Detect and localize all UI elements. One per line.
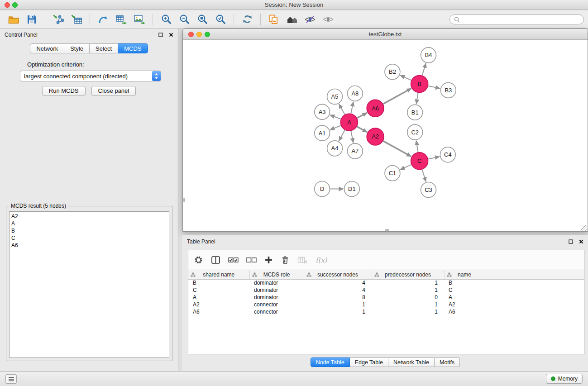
task-history-button[interactable] xyxy=(5,374,17,384)
show-columns-button[interactable] xyxy=(211,256,220,264)
table-cell[interactable]: connector xyxy=(249,301,304,308)
graph-edge-A-A8[interactable] xyxy=(351,102,353,114)
open-file-button[interactable] xyxy=(5,12,23,27)
graph-node-A3[interactable]: A3 xyxy=(315,104,330,119)
column-header-MCDS-role[interactable]: MCDS role xyxy=(249,270,304,279)
search-input[interactable] xyxy=(462,16,579,23)
table-cell[interactable]: 0 xyxy=(372,294,444,301)
column-header-successor-nodes[interactable]: successor nodes xyxy=(304,270,372,279)
export-image-button[interactable] xyxy=(130,12,148,27)
table-row[interactable]: A6connector11A6 xyxy=(188,308,584,315)
graph-edge-A-A5[interactable] xyxy=(339,104,345,114)
function-builder-button[interactable]: f(x) xyxy=(316,256,327,264)
tab-motifs[interactable]: Motifs xyxy=(435,357,460,367)
mcds-result-list[interactable]: A2ABCA6 xyxy=(9,211,169,358)
graph-node-C3[interactable]: C3 xyxy=(421,182,436,198)
close-window-button[interactable] xyxy=(5,2,10,8)
close-table-panel-button[interactable] xyxy=(579,239,583,244)
table-cell[interactable]: 1 xyxy=(372,308,444,315)
graph-edge-B-B4[interactable] xyxy=(422,63,426,76)
tab-network[interactable]: Network xyxy=(30,43,64,53)
graph-node-A5[interactable]: A5 xyxy=(327,89,343,104)
app-titlebar[interactable]: Session: New Session xyxy=(0,0,588,10)
zoom-out-button[interactable] xyxy=(175,12,193,27)
tab-style[interactable]: Style xyxy=(64,43,90,53)
zoom-in-button[interactable] xyxy=(157,12,175,27)
close-panel-action-button[interactable]: Close panel xyxy=(91,86,136,96)
graph-edge-C-C1[interactable] xyxy=(400,165,411,170)
graph-edge-A-A3[interactable] xyxy=(330,115,340,119)
dropdown-stepper[interactable] xyxy=(152,71,161,81)
table-cell[interactable]: 8 xyxy=(304,294,372,301)
column-header-shared-name[interactable]: shared name xyxy=(188,270,249,279)
graph-node-C2[interactable]: C2 xyxy=(407,124,423,140)
create-column-button[interactable] xyxy=(264,256,273,264)
import-network-button[interactable] xyxy=(49,12,67,27)
graph-node-C[interactable]: C xyxy=(411,152,428,170)
table-cell[interactable]: 1 xyxy=(372,301,444,308)
zoom-selected-button[interactable] xyxy=(211,12,229,27)
table-cell[interactable]: A2 xyxy=(444,301,485,308)
tab-edge-table[interactable]: Edge Table xyxy=(350,357,388,367)
import-table-button[interactable] xyxy=(67,12,86,27)
copy-document-button[interactable] xyxy=(265,12,283,27)
graph-node-C1[interactable]: C1 xyxy=(385,166,400,181)
table-settings-button[interactable] xyxy=(194,255,203,265)
table-cell[interactable]: connector xyxy=(249,308,304,315)
export-table-button[interactable] xyxy=(112,12,130,27)
close-panel-button[interactable] xyxy=(169,33,173,37)
graph-edge-B-B2[interactable] xyxy=(400,75,411,80)
network-close-button[interactable] xyxy=(188,32,194,37)
graph-node-B4[interactable]: B4 xyxy=(421,48,436,63)
table-cell[interactable]: 1 xyxy=(304,308,372,315)
zoom-window-button[interactable] xyxy=(12,2,18,8)
table-row[interactable]: A2connector11A2 xyxy=(188,301,584,308)
table-row[interactable]: Cdominator41C xyxy=(188,286,584,294)
graph-edge-B-B3[interactable] xyxy=(428,86,440,89)
list-item[interactable]: A2 xyxy=(10,213,169,220)
graph-edge-A-A6[interactable] xyxy=(357,113,367,118)
table-cell[interactable]: B xyxy=(444,279,485,286)
float-table-panel-button[interactable] xyxy=(569,239,573,244)
deselect-all-columns-button[interactable] xyxy=(246,257,257,263)
network-zoom-button[interactable] xyxy=(205,32,210,37)
table-cell[interactable]: dominator xyxy=(249,279,304,286)
tab-mcds[interactable]: MCDS xyxy=(118,43,148,53)
network-window-titlebar[interactable]: testGlobe.txt xyxy=(183,29,588,40)
graph-edge-C-C2[interactable] xyxy=(416,141,418,152)
graph-edge-C-C4[interactable] xyxy=(428,157,440,159)
table-cell[interactable]: 4 xyxy=(304,279,372,286)
table-cell[interactable]: A6 xyxy=(188,308,249,315)
graph-node-A6[interactable]: A6 xyxy=(367,100,384,117)
graph-node-B2[interactable]: B2 xyxy=(385,64,400,80)
list-item[interactable]: C xyxy=(10,234,169,242)
save-session-button[interactable] xyxy=(23,12,41,27)
graph-node-B[interactable]: B xyxy=(411,76,428,93)
graph-edge-A-A7[interactable] xyxy=(351,131,353,143)
table-row[interactable]: Bdominator41B xyxy=(188,279,584,286)
window-resize-grip[interactable] xyxy=(581,225,587,231)
table-cell[interactable]: B xyxy=(188,279,249,286)
table-cell[interactable]: dominator xyxy=(249,286,304,294)
zoom-fit-button[interactable] xyxy=(193,12,211,27)
graph-node-A2[interactable]: A2 xyxy=(367,128,384,145)
table-cell[interactable]: 1 xyxy=(372,279,444,286)
graph-edge-B-B1[interactable] xyxy=(416,93,418,104)
table-cell[interactable]: 1 xyxy=(372,286,444,294)
select-all-columns-button[interactable] xyxy=(228,257,239,263)
graph-node-C4[interactable]: C4 xyxy=(440,147,455,162)
table-cell[interactable]: A2 xyxy=(188,301,249,308)
table-cell[interactable]: C xyxy=(188,286,249,294)
list-item[interactable]: A6 xyxy=(10,242,169,249)
graph-node-D[interactable]: D xyxy=(315,181,330,197)
graph-node-A7[interactable]: A7 xyxy=(347,143,363,159)
table-cell[interactable]: dominator xyxy=(249,294,304,301)
network-minimize-button[interactable] xyxy=(196,32,202,37)
graph-node-A1[interactable]: A1 xyxy=(315,125,330,141)
table-cell[interactable]: A6 xyxy=(444,308,485,315)
tab-node-table[interactable]: Node Table xyxy=(311,357,350,367)
table-cell[interactable]: C xyxy=(444,286,485,294)
network-canvas[interactable]: B4B2BB3A5A8A6B1A3AC2A1A2A4A7CC4C1C3DD1 xyxy=(183,40,588,231)
table-row[interactable]: Adominator80A xyxy=(188,294,584,301)
memory-button[interactable]: Memory xyxy=(546,374,583,384)
